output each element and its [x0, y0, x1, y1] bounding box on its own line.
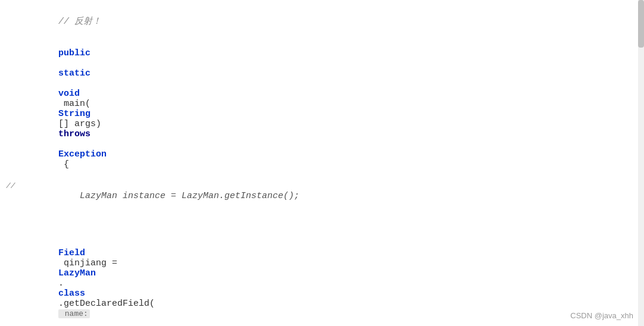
- scrollbar[interactable]: [638, 0, 644, 326]
- kw-string-type: String: [58, 109, 90, 119]
- space2: [58, 319, 64, 326]
- comment-text: // 反射！: [58, 17, 101, 27]
- space: [58, 58, 64, 68]
- code-line-1: // 反射！: [0, 5, 644, 37]
- line-marker-3: //: [4, 181, 21, 190]
- csdn-watermark: CSDN @java_xhh: [570, 311, 633, 320]
- bracket: [] args): [58, 119, 107, 129]
- space: [58, 139, 64, 149]
- brace: {: [58, 159, 69, 170]
- kw-exception: Exception: [58, 149, 107, 159]
- space: main(: [58, 99, 90, 109]
- code-line-5: Field qinjiang = LazyMan . class .getDec…: [0, 227, 644, 326]
- code-line-3: // LazyMan instance = LazyMan.getInstanc…: [0, 180, 644, 212]
- kw-static: static: [58, 68, 90, 79]
- code-line-4: [0, 212, 644, 227]
- kw-field: Field: [58, 248, 85, 258]
- commented-code: LazyMan instance = LazyMan.getInstance()…: [58, 191, 299, 201]
- comment-marker: //: [6, 181, 15, 190]
- kw-throws: throws: [58, 129, 90, 139]
- var: qinjiang =: [58, 258, 123, 268]
- space: [58, 79, 64, 89]
- kw-name-hint: name:: [58, 309, 90, 318]
- line-content-1: // 反射！: [21, 5, 101, 37]
- kw-public: public: [58, 48, 90, 58]
- code-editor: // 反射！ public static void main( String […: [0, 0, 644, 326]
- line-content-3: LazyMan instance = LazyMan.getInstance()…: [21, 181, 299, 211]
- code-line-2: public static void main( String [] args)…: [0, 37, 644, 180]
- line-content-5: Field qinjiang = LazyMan . class .getDec…: [21, 228, 155, 326]
- scrollbar-thumb[interactable]: [638, 0, 644, 48]
- kw-void: void: [58, 89, 80, 99]
- indent: [58, 238, 80, 248]
- kw-class: class: [58, 289, 85, 299]
- line-content-4: [21, 212, 32, 222]
- dot: .: [58, 278, 64, 289]
- line-content-2: public static void main( String [] args)…: [21, 38, 107, 180]
- kw-lazyman: LazyMan: [58, 268, 96, 278]
- method: .getDeclaredField(: [58, 299, 155, 309]
